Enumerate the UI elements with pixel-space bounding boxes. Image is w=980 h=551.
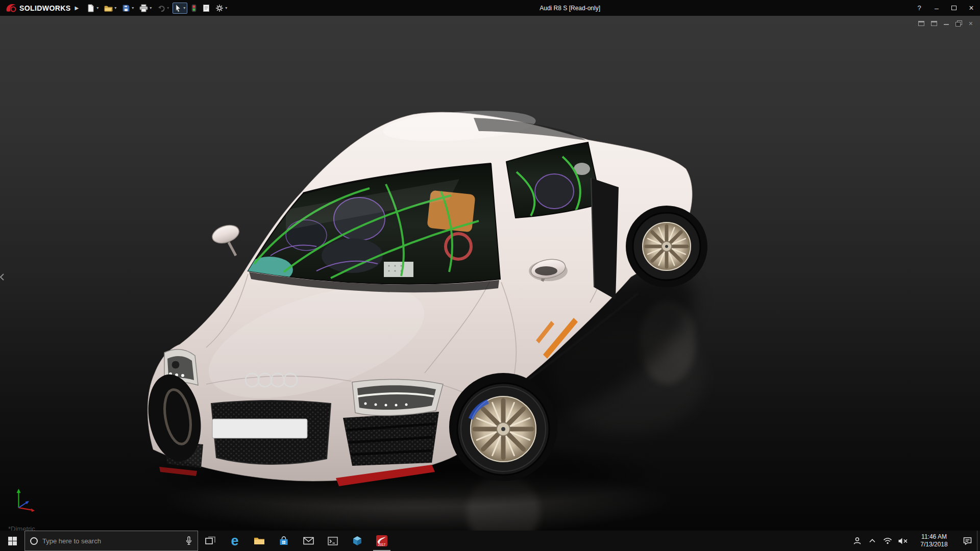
action-center-icon: [963, 537, 972, 545]
task-view-button[interactable]: [198, 531, 223, 551]
titlebar: SOLIDWORKS ▶ ▾ ▾ ▾ ▾ ▾: [0, 0, 980, 16]
caret-down-icon: ▾: [114, 6, 116, 10]
rebuild-button[interactable]: [189, 3, 199, 14]
volume-muted-icon: [898, 537, 908, 545]
people-button[interactable]: [849, 531, 865, 551]
side-blade: [591, 178, 619, 299]
solidworks-icon: 2017: [376, 535, 388, 547]
doc-window-icon[interactable]: [918, 20, 924, 27]
edge-icon: e: [231, 534, 238, 548]
file-explorer-icon: [254, 536, 265, 545]
document-title: Audi R8 S [Read-only]: [229, 5, 911, 12]
car-3d-render: [0, 16, 980, 531]
options-button[interactable]: ▾: [213, 3, 229, 14]
store-icon: [279, 536, 289, 546]
task-view-icon: [205, 536, 215, 545]
maximize-button[interactable]: [945, 0, 963, 16]
taskbar-app-terminal[interactable]: [321, 531, 345, 551]
taskbar-app-edrawings[interactable]: [345, 531, 370, 551]
license-plate: [212, 419, 307, 438]
rebuild-stoplight-icon: [191, 4, 197, 12]
dassault-logo-icon: [5, 3, 16, 13]
action-center-button[interactable]: [958, 531, 977, 551]
taskbar-search[interactable]: [24, 531, 198, 551]
search-input[interactable]: [42, 537, 181, 545]
brand: SOLIDWORKS: [5, 3, 70, 13]
select-button[interactable]: ▾: [173, 3, 187, 14]
undo-icon: [157, 4, 165, 12]
people-icon: [853, 537, 862, 545]
cortana-icon: [30, 537, 38, 545]
caret-down-icon: ▾: [225, 6, 227, 10]
windshield: [246, 164, 500, 292]
system-tray: 11:46 AM 7/13/2018: [849, 531, 980, 551]
clock-date: 7/13/2018: [920, 541, 947, 548]
open-folder-icon: [104, 4, 113, 12]
taskbar-app-store[interactable]: [272, 531, 296, 551]
orientation-triad: [11, 484, 41, 515]
front-wheel: [449, 373, 557, 481]
taskbar-app-mail[interactable]: [296, 531, 321, 551]
graphics-area[interactable]: × *Dimetric: [0, 16, 980, 531]
toolbar-flyout-arrow[interactable]: ▶: [75, 5, 79, 11]
close-button[interactable]: ×: [963, 0, 980, 16]
open-button[interactable]: ▾: [102, 3, 118, 14]
microphone-icon[interactable]: [185, 536, 192, 545]
clock-time: 11:46 AM: [921, 533, 947, 541]
volume-button[interactable]: [895, 531, 911, 551]
network-button[interactable]: [880, 531, 895, 551]
document-window-controls: ×: [918, 20, 973, 27]
taskbar-app-edge[interactable]: e: [223, 531, 247, 551]
terminal-icon: [328, 537, 338, 545]
undo-button[interactable]: ▾: [155, 3, 171, 14]
taskbar-app-solidworks[interactable]: 2017: [370, 531, 394, 551]
taskbar-app-file-explorer[interactable]: [247, 531, 272, 551]
standard-toolbar: ▾ ▾ ▾ ▾ ▾ ▾: [85, 3, 229, 14]
minimize-button[interactable]: –: [928, 0, 945, 16]
save-floppy-icon: [122, 4, 130, 12]
doc-window-icon[interactable]: [931, 20, 937, 27]
chevron-up-icon: [869, 538, 876, 543]
caret-down-icon: ▾: [150, 6, 152, 10]
window-controls: ? – ×: [911, 0, 980, 16]
maximize-icon: [951, 6, 957, 10]
select-cursor-icon: [175, 4, 182, 12]
doc-close-button[interactable]: ×: [969, 20, 973, 27]
caret-down-icon: ▾: [183, 6, 185, 10]
solidworks-year-badge: 2017: [378, 543, 386, 546]
doc-restore-button[interactable]: [955, 20, 962, 27]
brand-text: SOLIDWORKS: [19, 4, 70, 12]
file-properties-button[interactable]: [201, 3, 212, 14]
panel-collapse-tab[interactable]: [0, 271, 6, 283]
view-orientation-label: *Dimetric: [8, 525, 35, 531]
edrawings-icon: [352, 536, 362, 546]
right-headlight: [352, 379, 443, 415]
chevron-left-icon: [0, 273, 4, 281]
caret-down-icon: ▾: [132, 6, 134, 10]
new-document-icon: [87, 4, 95, 12]
print-icon: [139, 4, 148, 12]
wifi-icon: [883, 537, 892, 544]
print-button[interactable]: ▾: [137, 3, 154, 14]
caret-down-icon: ▾: [96, 6, 99, 10]
save-button[interactable]: ▾: [120, 3, 136, 14]
help-button[interactable]: ?: [911, 0, 928, 16]
mail-icon: [303, 537, 314, 545]
file-properties-icon: [203, 4, 210, 12]
options-gear-icon: [215, 4, 224, 12]
hidden-icons-button[interactable]: [865, 531, 880, 551]
new-document-button[interactable]: ▾: [85, 3, 101, 14]
solidworks-window: SOLIDWORKS ▶ ▾ ▾ ▾ ▾ ▾: [0, 0, 980, 551]
doc-minimize-button[interactable]: [944, 20, 949, 27]
windows-logo-icon: [8, 537, 17, 545]
taskbar-clock[interactable]: 11:46 AM 7/13/2018: [911, 531, 958, 551]
start-button[interactable]: [0, 531, 24, 551]
windows-taskbar: e: [0, 531, 980, 551]
show-desktop-button[interactable]: [977, 531, 980, 551]
caret-down-icon: ▾: [167, 6, 169, 10]
rear-wheel: [626, 206, 707, 287]
